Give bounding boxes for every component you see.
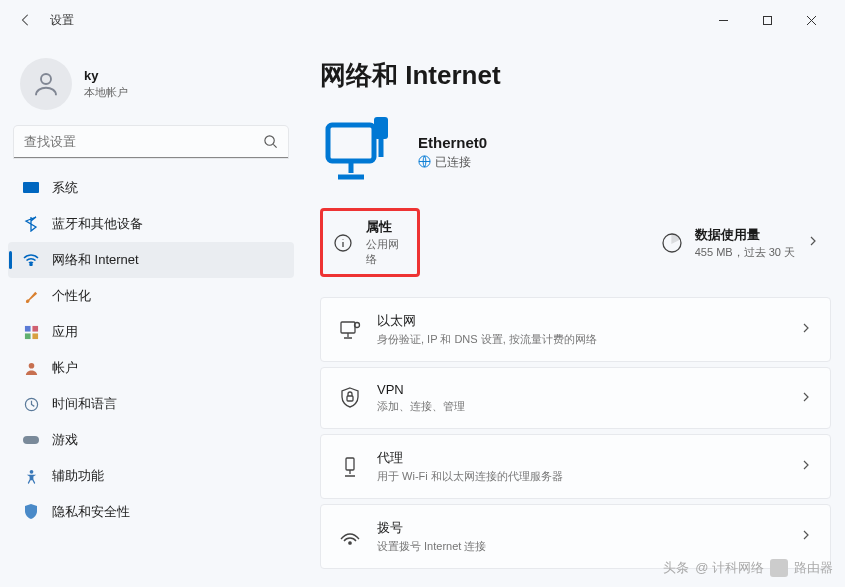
svg-point-12 [29, 469, 33, 473]
apps-icon [22, 325, 40, 340]
svg-rect-0 [763, 16, 771, 24]
proxy-icon [339, 456, 361, 478]
chevron-right-icon [800, 529, 812, 544]
sidebar-item-bluetooth[interactable]: 蓝牙和其他设备 [8, 206, 294, 242]
svg-rect-3 [23, 182, 39, 193]
card-sub: 添加、连接、管理 [377, 399, 465, 414]
window-title: 设置 [50, 12, 74, 29]
svg-rect-13 [328, 125, 374, 161]
card-label: VPN [377, 382, 465, 397]
info-icon [333, 233, 354, 253]
data-usage-card[interactable]: 数据使用量455 MB，过去 30 天 [649, 208, 831, 277]
brush-icon [22, 289, 40, 304]
page-title: 网络和 Internet [320, 58, 831, 93]
svg-point-1 [41, 74, 51, 84]
chevron-right-icon [807, 235, 819, 250]
card-label: 拨号 [377, 519, 486, 537]
wifi-icon [22, 254, 40, 266]
watermark: 头条 @ 计科网络 路由器 [663, 559, 833, 577]
svg-point-9 [28, 362, 34, 368]
svg-rect-21 [347, 396, 353, 401]
user-account: 本地帐户 [84, 85, 128, 100]
svg-rect-5 [24, 325, 30, 331]
gaming-icon [22, 434, 40, 446]
sidebar-item-label: 应用 [52, 323, 78, 341]
sidebar-item-label: 网络和 Internet [52, 251, 139, 269]
chevron-right-icon [800, 459, 812, 474]
close-button[interactable] [789, 5, 833, 35]
card-sub: 用于 Wi-Fi 和以太网连接的代理服务器 [377, 469, 563, 484]
svg-rect-22 [346, 458, 354, 470]
data-usage-label: 数据使用量 [695, 226, 795, 244]
router-badge-icon [770, 559, 788, 577]
watermark-badge: 路由器 [794, 559, 833, 577]
network-status: 已连接 [435, 154, 471, 171]
ethernet-card[interactable]: 以太网身份验证, IP 和 DNS 设置, 按流量计费的网络 [320, 297, 831, 362]
properties-label: 属性 [366, 218, 407, 236]
svg-rect-8 [32, 333, 38, 339]
svg-rect-6 [32, 325, 38, 331]
vpn-card[interactable]: VPN添加、连接、管理 [320, 367, 831, 429]
watermark-prefix: 头条 [663, 559, 689, 577]
bluetooth-icon [22, 216, 40, 232]
sidebar-item-personalization[interactable]: 个性化 [8, 278, 294, 314]
data-usage-icon [661, 232, 683, 254]
sidebar-item-label: 隐私和安全性 [52, 503, 130, 521]
user-name: ky [84, 68, 128, 83]
accounts-icon [22, 361, 40, 376]
dialup-icon [339, 529, 361, 545]
globe-icon [418, 155, 431, 171]
svg-rect-15 [378, 121, 384, 124]
svg-rect-7 [24, 333, 30, 339]
properties-card[interactable]: 属性公用网络 [320, 208, 420, 277]
svg-point-23 [349, 541, 351, 543]
card-sub: 身份验证, IP 和 DNS 设置, 按流量计费的网络 [377, 332, 597, 347]
sidebar-item-network[interactable]: 网络和 Internet [8, 242, 294, 278]
card-label: 以太网 [377, 312, 597, 330]
accessibility-icon [22, 469, 40, 484]
search-icon [263, 134, 278, 152]
sidebar-item-system[interactable]: 系统 [8, 170, 294, 206]
sidebar-item-label: 辅助功能 [52, 467, 104, 485]
sidebar-item-privacy[interactable]: 隐私和安全性 [8, 494, 294, 530]
proxy-card[interactable]: 代理用于 Wi-Fi 和以太网连接的代理服务器 [320, 434, 831, 499]
sidebar-item-time-language[interactable]: 时间和语言 [8, 386, 294, 422]
sidebar-item-label: 系统 [52, 179, 78, 197]
svg-rect-19 [341, 322, 355, 333]
svg-rect-11 [23, 436, 39, 444]
sidebar-item-label: 游戏 [52, 431, 78, 449]
clock-icon [22, 397, 40, 412]
properties-sub: 公用网络 [366, 237, 407, 267]
shield-icon [22, 504, 40, 520]
sidebar-item-accessibility[interactable]: 辅助功能 [8, 458, 294, 494]
sidebar-item-label: 帐户 [52, 359, 78, 377]
vpn-icon [339, 387, 361, 409]
card-sub: 设置拨号 Internet 连接 [377, 539, 486, 554]
sidebar-item-apps[interactable]: 应用 [8, 314, 294, 350]
svg-point-2 [265, 136, 274, 145]
minimize-button[interactable] [701, 5, 745, 35]
network-illustration [320, 111, 400, 194]
network-name: Ethernet0 [418, 134, 487, 151]
watermark-handle: @ 计科网络 [695, 559, 764, 577]
back-button[interactable] [12, 6, 40, 34]
sidebar-item-gaming[interactable]: 游戏 [8, 422, 294, 458]
data-usage-sub: 455 MB，过去 30 天 [695, 245, 795, 260]
card-label: 代理 [377, 449, 563, 467]
avatar [20, 58, 72, 110]
search-input[interactable] [14, 126, 288, 158]
maximize-button[interactable] [745, 5, 789, 35]
sidebar-item-label: 个性化 [52, 287, 91, 305]
user-block[interactable]: ky 本地帐户 [8, 50, 294, 126]
svg-point-4 [30, 264, 32, 266]
chevron-right-icon [800, 322, 812, 337]
sidebar-item-label: 蓝牙和其他设备 [52, 215, 143, 233]
sidebar-item-label: 时间和语言 [52, 395, 117, 413]
system-icon [22, 182, 40, 194]
sidebar-item-accounts[interactable]: 帐户 [8, 350, 294, 386]
ethernet-icon [339, 320, 361, 340]
chevron-right-icon [800, 391, 812, 406]
